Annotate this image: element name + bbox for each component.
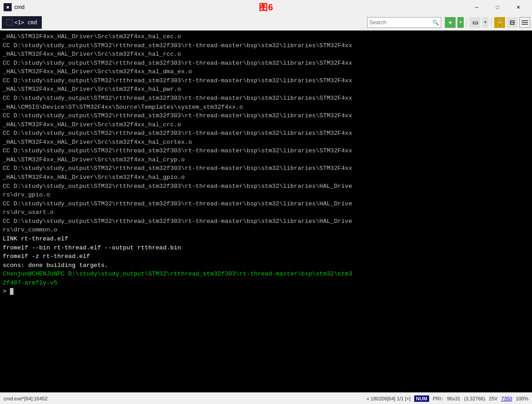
terminal-line: _HAL\STM32F4xx_HAL_Driver\Src\stm32f4xx_…	[3, 120, 529, 129]
terminal-line: rs\drv_gpio.o	[3, 191, 529, 200]
split-horizontal-button[interactable]: ▭	[470, 17, 480, 28]
minimize-button[interactable]: ─	[466, 0, 487, 14]
terminal-line: CC D:\study\study_output\STM32\rtthread_…	[3, 200, 529, 209]
tab-label: <1> cmd	[14, 19, 37, 26]
add-tab-menu-button[interactable]: ▾	[457, 17, 464, 28]
terminal-line: CC D:\study\study_output\STM32\rtthread_…	[3, 182, 529, 191]
split-menu-button[interactable]: ▾	[482, 17, 488, 28]
terminal-line: _HAL\STM32F4xx_HAL_Driver\Src\stm32f4xx_…	[3, 138, 529, 147]
search-box[interactable]: 🔍	[367, 17, 441, 28]
menu-line-1	[522, 20, 528, 21]
terminal-line: >	[3, 287, 529, 296]
terminal-line: rs\drv_common.o	[3, 226, 529, 235]
terminal-line: _HAL\STM32F4xx_HAL_Driver\Src\stm32f4xx_…	[3, 173, 529, 182]
terminal-line: CC D:\study\study_output\STM32\rtthread_…	[3, 111, 529, 120]
search-input[interactable]	[369, 19, 432, 26]
status-coords: (3,32766)	[464, 396, 485, 401]
terminal-line: LINK rt-thread.elf	[3, 235, 529, 244]
status-percent: 100%	[516, 396, 528, 401]
chevron-down-icon-2: ▾	[484, 20, 486, 24]
lock-icon: 🔒	[496, 19, 504, 26]
search-button[interactable]: 🔍	[432, 19, 439, 26]
terminal-line: _HAL\STM32F4xx_HAL_Driver\Src\stm32f4xx_…	[3, 155, 529, 164]
figure-label: 图6	[259, 1, 273, 13]
window-controls: ─ □ ✕	[466, 0, 528, 14]
split-pane-button[interactable]: ⊟	[507, 17, 518, 28]
terminal-line: _HAL\STM32F4xx_HAL_Driver\Src\stm32f4xx_…	[3, 50, 529, 59]
terminal-line: CC D:\study\study_output\STM32\rtthread_…	[3, 129, 529, 138]
terminal-tab[interactable]: <1> cmd	[2, 16, 42, 29]
title-bar: ■ cmd 图6 ─ □ ✕	[0, 0, 532, 14]
status-bar: cmd.exe*[64]:16452 « 180206[64] 1/1 [+] …	[0, 392, 532, 404]
status-voltage: 25V	[489, 396, 498, 401]
terminal-line: _HAL\CMSIS\Device\ST\STM32F4xx\Source\Te…	[3, 103, 529, 112]
terminal-line: Chenjun@CHENJUNPC D:\study\study_output\…	[3, 270, 529, 279]
status-process: cmd.exe*[64]:16452	[4, 396, 363, 401]
status-zoom[interactable]: 7350	[501, 396, 512, 401]
menu-line-2	[522, 22, 528, 23]
terminal-line: CC D:\study\study_output\STM32\rtthread_…	[3, 41, 529, 50]
terminal-line: _HAL\STM32F4xx_HAL_Driver\Src\stm32f4xx_…	[3, 32, 529, 41]
status-dimensions: 96x31	[447, 396, 461, 401]
app-icon: ■	[4, 3, 12, 11]
tab-icon	[6, 19, 13, 26]
lock-button[interactable]: 🔒	[494, 17, 505, 28]
menu-line-3	[522, 24, 528, 25]
status-center: « 180206[64] 1/1 [+]	[367, 396, 411, 401]
terminal-line: scons: done building targets.	[3, 261, 529, 270]
terminal-line: fromelf --bin rt-thread.elf --output rtt…	[3, 244, 529, 253]
window-title: cmd	[14, 4, 466, 10]
terminal-line: fromelf -z rt-thread.elf	[3, 252, 529, 261]
separator-1	[466, 18, 467, 27]
add-icon: +	[448, 19, 452, 26]
pane-icon: ⊟	[510, 19, 515, 26]
terminal-output[interactable]: _HAL\STM32F4xx_HAL_Driver\Src\stm32f4xx_…	[0, 31, 532, 392]
separator-2	[491, 18, 492, 27]
terminal-line: _HAL\STM32F4xx_HAL_Driver\Src\stm32f4xx_…	[3, 85, 529, 94]
add-tab-button[interactable]: +	[445, 17, 456, 28]
chevron-down-icon: ▾	[460, 20, 461, 24]
toolbar: <1> cmd 🔍 + ▾ ▭ ▾ 🔒 ⊟	[0, 14, 532, 31]
terminal-line: CC D:\study\study_output\STM32\rtthread_…	[3, 164, 529, 173]
terminal-line: CC D:\study\study_output\STM32\rtthread_…	[3, 217, 529, 226]
menu-button[interactable]	[519, 17, 530, 28]
terminal-line: CC D:\study\study_output\STM32\rtthread_…	[3, 147, 529, 155]
terminal-line: CC D:\study\study_output\STM32\rtthread_…	[3, 59, 529, 68]
terminal-line: 2f407-armfly-v5	[3, 279, 529, 288]
close-icon: ✕	[516, 4, 520, 10]
status-pri: PRI↑	[433, 396, 443, 401]
status-num: NUM	[414, 395, 429, 402]
split-h-icon: ▭	[472, 19, 478, 26]
terminal-line: CC D:\study\study_output\STM32\rtthread_…	[3, 76, 529, 85]
close-button[interactable]: ✕	[508, 0, 528, 14]
maximize-icon: □	[496, 4, 499, 10]
terminal-line: rs\drv_usart.o	[3, 208, 529, 217]
terminal-line: CC D:\study\study_output\STM32\rtthread_…	[3, 94, 529, 103]
minimize-icon: ─	[475, 4, 479, 10]
terminal-line: _HAL\STM32F4xx_HAL_Driver\Src\stm32f4xx_…	[3, 67, 529, 76]
maximize-button[interactable]: □	[487, 0, 508, 14]
